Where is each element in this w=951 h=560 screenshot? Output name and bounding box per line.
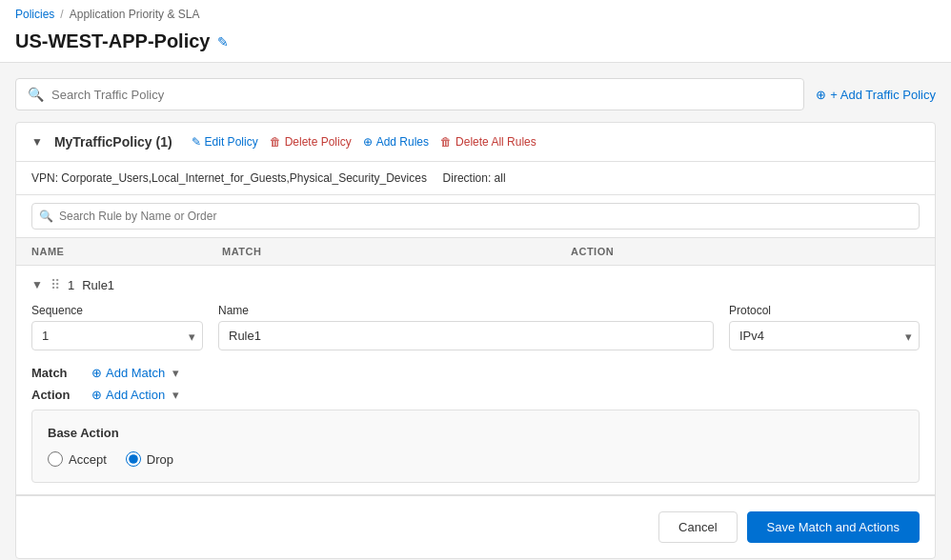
global-search-icon: 🔍	[28, 87, 44, 102]
action-label: Action	[31, 388, 84, 402]
edit-icon: ✎	[192, 135, 201, 149]
action-row: Action ⊕ Add Action ▾	[31, 388, 920, 402]
policy-actions: ✎ Edit Policy 🗑 Delete Policy ⊕ Add Rule…	[192, 135, 536, 149]
add-action-button[interactable]: ⊕ Add Action	[91, 388, 165, 402]
drag-handle-icon[interactable]: ⠿	[51, 277, 60, 292]
protocol-group: Protocol IPv4 IPv6 Any ▾	[729, 304, 920, 350]
protocol-select[interactable]: IPv4 IPv6 Any	[729, 321, 920, 350]
policy-collapse-icon[interactable]: ▼	[31, 135, 43, 149]
edit-page-title-icon[interactable]: ✎	[217, 34, 229, 50]
add-traffic-policy-button[interactable]: ⊕ + Add Traffic Policy	[816, 88, 936, 102]
base-action-title: Base Action	[48, 426, 903, 440]
vpn-value: Corporate_Users,Local_Internet_for_Guest…	[61, 171, 427, 185]
rule-number: 1	[68, 278, 74, 292]
add-match-button[interactable]: ⊕ Add Match	[91, 366, 165, 380]
rule-collapse-icon[interactable]: ▼	[31, 278, 43, 291]
delete-all-rules-button[interactable]: 🗑 Delete All Rules	[440, 135, 536, 149]
policy-header: ▼ MyTrafficPolicy (1) ✎ Edit Policy 🗑 De…	[16, 123, 935, 162]
add-match-label: Add Match	[106, 366, 165, 380]
base-action-radio-group: Accept Drop	[48, 451, 903, 467]
policy-card: ▼ MyTrafficPolicy (1) ✎ Edit Policy 🗑 De…	[15, 122, 936, 559]
sequence-group: Sequence 1 ▾	[31, 304, 203, 350]
name-label: Name	[218, 304, 714, 317]
save-match-actions-button[interactable]: Save Match and Actions	[747, 511, 920, 543]
accept-label: Accept	[69, 452, 107, 467]
accept-option[interactable]: Accept	[48, 451, 107, 467]
rule-search-icon: 🔍	[39, 210, 53, 223]
table-header: NAME MATCH ACTION	[16, 238, 935, 266]
add-traffic-policy-label: + Add Traffic Policy	[830, 88, 936, 102]
col-match: MATCH	[222, 246, 571, 257]
policy-meta: VPN: Corporate_Users,Local_Internet_for_…	[16, 162, 935, 195]
policy-title: MyTrafficPolicy (1)	[54, 134, 172, 150]
name-group: Name	[218, 304, 714, 350]
accept-radio[interactable]	[48, 451, 63, 467]
drop-option[interactable]: Drop	[126, 451, 173, 467]
protocol-label: Protocol	[729, 304, 920, 317]
sequence-select[interactable]: 1	[31, 321, 203, 350]
match-chevron-icon[interactable]: ▾	[172, 366, 179, 380]
add-action-label: Add Action	[106, 388, 165, 402]
breadcrumb: Policies / Application Priority & SLA	[15, 8, 936, 25]
breadcrumb-parent[interactable]: Policies	[15, 8, 54, 21]
drop-radio[interactable]	[126, 451, 141, 467]
col-name: NAME	[31, 246, 222, 257]
rule-row-header: ▼ ⠿ 1 Rule1	[31, 277, 920, 292]
add-icon: ⊕	[363, 135, 373, 149]
sequence-label: Sequence	[31, 304, 203, 317]
delete-policy-button[interactable]: 🗑 Delete Policy	[270, 135, 352, 149]
global-search-input[interactable]	[51, 88, 792, 102]
name-input[interactable]	[218, 321, 714, 350]
add-match-icon: ⊕	[91, 366, 102, 380]
cancel-button[interactable]: Cancel	[658, 511, 737, 543]
add-traffic-policy-icon: ⊕	[816, 88, 826, 102]
rule-search-input[interactable]	[31, 203, 920, 230]
add-action-icon: ⊕	[91, 388, 102, 402]
delete-icon: 🗑	[270, 135, 281, 149]
rule-search-bar: 🔍	[16, 195, 935, 238]
match-row: Match ⊕ Add Match ▾	[31, 366, 920, 380]
direction-label: Direction:	[443, 171, 492, 185]
rule-form: Sequence 1 ▾ Name Protocol	[31, 304, 920, 350]
rule-name-display: Rule1	[82, 278, 114, 292]
rule-row: ▼ ⠿ 1 Rule1 Sequence 1 ▾ Name	[16, 266, 935, 495]
direction-value: all	[495, 171, 506, 185]
col-action: ACTION	[571, 246, 920, 257]
drop-label: Drop	[147, 452, 173, 467]
match-label: Match	[31, 366, 84, 380]
breadcrumb-current: Application Priority & SLA	[70, 8, 200, 21]
footer-actions: Cancel Save Match and Actions	[16, 495, 935, 558]
delete-all-icon: 🗑	[440, 135, 452, 149]
action-chevron-icon[interactable]: ▾	[172, 388, 179, 402]
base-action-section: Base Action Accept Drop	[31, 410, 920, 483]
vpn-label: VPN:	[31, 171, 58, 185]
page-title: US-WEST-APP-Policy	[15, 30, 210, 52]
add-rules-button[interactable]: ⊕ Add Rules	[363, 135, 429, 149]
edit-policy-button[interactable]: ✎ Edit Policy	[192, 135, 258, 149]
